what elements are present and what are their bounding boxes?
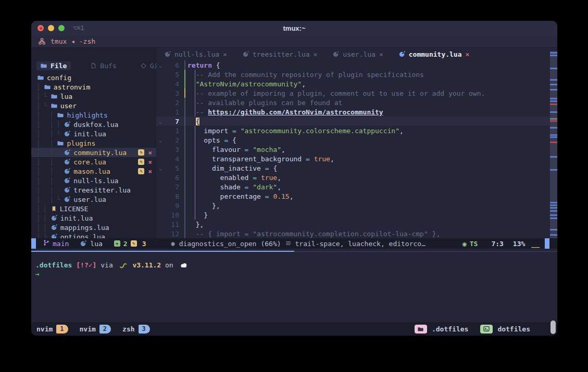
buffer-close-icon[interactable]: ×: [223, 50, 227, 58]
prompt-arrow: →: [35, 270, 40, 278]
line-number: 7: [165, 183, 179, 191]
code-line[interactable]: 10 }: [156, 210, 557, 220]
fold-icon[interactable]: ⌄: [156, 62, 165, 68]
treesitter-segment: ◉ TS: [462, 240, 478, 248]
code-line[interactable]: 4 transparent_background = true,: [156, 154, 557, 163]
code-line[interactable]: 11 },: [156, 220, 557, 229]
tree-item-user[interactable]: │└user: [31, 101, 156, 110]
close-button[interactable]: [37, 25, 44, 31]
code-line[interactable]: 1 import = "astrocommunity.colorscheme.c…: [156, 126, 557, 135]
terminal-scrollbar-thumb[interactable]: [551, 320, 556, 334]
buffer-tab-label: user.lua: [343, 50, 376, 58]
code-line[interactable]: ⌄2 opts = {: [156, 135, 557, 145]
code-line[interactable]: 5 -- Add the community repository of plu…: [156, 70, 557, 79]
tree-item-lua[interactable]: │└lua: [31, 92, 156, 101]
code-text: -- https://github.com/AstroNvim/astrocom…: [185, 108, 383, 116]
buffer-close-icon[interactable]: ×: [379, 50, 383, 58]
buffer-tab-community.lua[interactable]: community.lua×: [399, 50, 470, 58]
tree-item-community.lua[interactable]: │ │ community.lua✎×: [31, 148, 156, 157]
code-line[interactable]: 1 -- https://github.com/AstroNvim/astroc…: [156, 107, 557, 117]
tree-item-plugins[interactable]: │ │plugins: [31, 138, 156, 148]
git-sign: [184, 135, 185, 145]
tree-item-highlights[interactable]: │ │highlights: [31, 110, 156, 120]
code-line[interactable]: ⌄6return {: [156, 60, 557, 70]
neotree-tab-bufs[interactable]: Bufs: [86, 61, 120, 70]
unsaved-close-icon[interactable]: ×: [148, 149, 152, 157]
buffer-tab-null-ls.lua[interactable]: null-ls.lua×: [165, 50, 227, 58]
branch-name: main: [53, 240, 69, 248]
lsp-segment[interactable]: ◉ diagnostics_on_open (66%) trail-space,…: [171, 240, 426, 248]
shell-pane[interactable]: .dotfiles [!?✓] via v3.11.2 on: [31, 254, 557, 322]
tmux-window-1[interactable]: nvim1: [36, 325, 68, 333]
tree-item-label: options.lua: [60, 233, 105, 239]
scrollbar-mark: [550, 134, 557, 136]
code-line[interactable]: 4 "AstroNvim/astrocommunity",: [156, 79, 557, 88]
terminal-tab-bar[interactable]: tmux ◂ -zsh: [31, 35, 557, 48]
buffer-close-icon[interactable]: ×: [466, 50, 470, 58]
neotree-tab-git[interactable]: Git: [136, 61, 156, 70]
code-line[interactable]: 2 -- available plugins can be found at: [156, 98, 557, 107]
tree-item-options.lua[interactable]: │└options.lua: [31, 232, 156, 238]
minimize-button[interactable]: [48, 25, 54, 31]
lua-file-icon: [399, 51, 405, 57]
unsaved-close-icon[interactable]: ×: [148, 168, 152, 175]
code-token: percentage: [187, 193, 265, 200]
tree-item-label: astronvim: [54, 83, 90, 91]
fold-icon[interactable]: ⌄: [156, 137, 165, 143]
git-change-counts[interactable]: + 2 ✎ 3: [114, 240, 146, 248]
code-line[interactable]: ⌄5 dim_inactive = {: [156, 163, 557, 173]
code-line[interactable]: 8 percentage = 0.15,: [156, 191, 557, 201]
unsaved-close-icon[interactable]: ×: [148, 158, 152, 166]
buffer-tab-label: null-ls.lua: [174, 50, 219, 58]
tree-item-mappings.lua[interactable]: ││mappings.lua: [31, 223, 156, 232]
neotree-tab-label: Git: [150, 62, 156, 70]
tree-item-init.lua[interactable]: │ │└init.lua: [31, 129, 156, 138]
shell-input-line[interactable]: →: [35, 270, 557, 280]
tree-item-label: highlights: [67, 111, 107, 119]
git-branch[interactable]: main: [43, 239, 69, 248]
code-buffer[interactable]: ⌄6return {5 -- Add the community reposit…: [156, 60, 557, 238]
buffer-close-icon[interactable]: ×: [314, 50, 318, 58]
file-tree: config│astronvim│└lua│└user│ │highlights…: [31, 73, 156, 238]
tree-item-core.lua[interactable]: │ │ core.lua✎×: [31, 157, 156, 166]
git-sign: [184, 117, 185, 126]
tree-item-treesitter.lua[interactable]: │ │ treesitter.lua: [31, 185, 156, 195]
editor-scrollbar-marks[interactable]: [550, 51, 557, 238]
tree-item-config[interactable]: config: [31, 73, 156, 82]
tmux-window-name: nvim: [36, 325, 53, 333]
tmux-pane-border[interactable]: [31, 249, 557, 254]
code-line[interactable]: 9 },: [156, 201, 557, 210]
code-line[interactable]: 12 -- { import = "astrocommunity.complet…: [156, 229, 557, 238]
code-line[interactable]: 3 -- example of imporing a plugin, comme…: [156, 88, 557, 98]
code-text: percentage = 0.15,: [185, 193, 294, 200]
tree-item-LICENSE[interactable]: ││LICENSE: [31, 204, 156, 213]
code-token: =: [232, 127, 241, 135]
tree-item-null-ls.lua[interactable]: │ │ null-ls.lua: [31, 176, 156, 185]
tmux-window-2[interactable]: nvim2: [80, 325, 111, 333]
git-sign: [184, 154, 185, 163]
buffer-tab-user.lua[interactable]: user.lua×: [333, 50, 383, 58]
code-line[interactable]: 7 shade = "dark",: [156, 182, 557, 191]
tree-item-user.lua[interactable]: │ │└user.lua: [31, 195, 156, 204]
scrollbar-mark: [550, 111, 557, 113]
buffer-tab-treesitter.lua[interactable]: treesitter.lua×: [243, 50, 317, 58]
code-line[interactable]: ⌄7 {: [156, 117, 557, 126]
tree-item-init.lua[interactable]: ││init.lua: [31, 213, 156, 223]
line-number: 6: [165, 174, 179, 182]
tree-item-astronvim[interactable]: │astronvim: [31, 82, 156, 92]
tree-item-label: plugins: [67, 139, 95, 147]
git-sign: [184, 201, 185, 210]
fold-icon[interactable]: ⌄: [156, 119, 165, 124]
zoom-button[interactable]: [58, 25, 65, 31]
code-line[interactable]: 3 flavour = "mocha",: [156, 145, 557, 154]
scrollbar-mark: [550, 169, 557, 171]
tmux-window-3[interactable]: zsh3: [122, 325, 150, 333]
fold-icon[interactable]: ⌄: [156, 165, 165, 171]
statusline-cursor: __: [531, 240, 540, 248]
code-line[interactable]: 6 enabled = true,: [156, 173, 557, 182]
neotree-tab-file[interactable]: File: [36, 61, 71, 70]
code-token: "mocha": [253, 146, 281, 153]
tree-item-mason.lua[interactable]: │ │ mason.lua✎×: [31, 166, 156, 176]
neotree-source-tabs: FileBufsGit: [31, 60, 156, 71]
tree-item-duskfox.lua[interactable]: │ ││duskfox.lua: [31, 120, 156, 129]
